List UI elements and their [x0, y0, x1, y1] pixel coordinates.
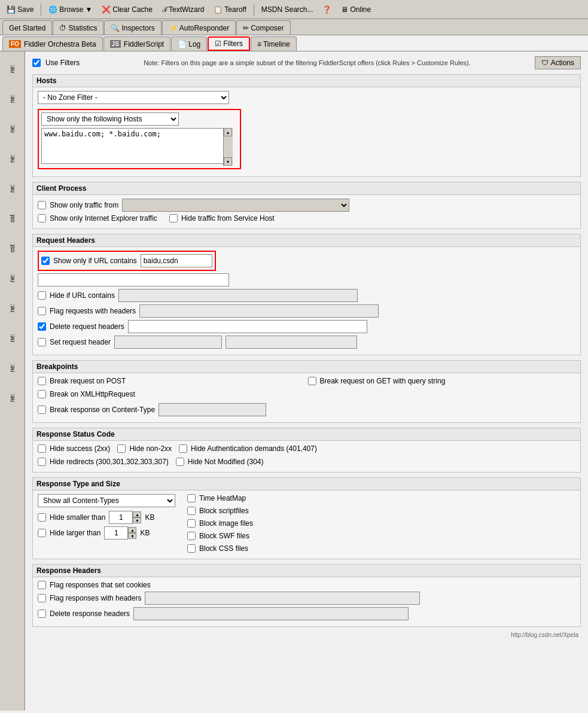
hide-service-host-checkbox[interactable]: [169, 214, 178, 223]
hide-url-contains-checkbox[interactable]: [38, 291, 46, 300]
zone-filter-select[interactable]: - No Zone Filter -: [38, 91, 229, 104]
break-content-type-checkbox[interactable]: [38, 406, 46, 414]
hide-non2xx-checkbox[interactable]: [117, 444, 126, 453]
hide-success-label[interactable]: Hide success (2xx): [50, 444, 110, 453]
online-button[interactable]: 🖥 Online: [337, 2, 375, 17]
break-get-query-label[interactable]: Break request on GET with query string: [320, 377, 446, 385]
break-xmlhttp-label[interactable]: Break on XMLHttpRequest: [50, 390, 135, 398]
tab-inspectors[interactable]: 🔍 Inspectors: [104, 20, 161, 35]
break-get-query-checkbox[interactable]: [308, 377, 316, 385]
time-heatmap-label[interactable]: Time HeatMap: [199, 494, 246, 502]
block-swf-checkbox[interactable]: [187, 532, 196, 540]
hide-auth-checkbox[interactable]: [179, 444, 187, 453]
tearoff-button[interactable]: 📋 Tearoff: [209, 2, 250, 17]
hide-larger-label[interactable]: Hide larger than: [50, 529, 100, 537]
block-css-label[interactable]: Block CSS files: [199, 544, 248, 553]
tab-timeline[interactable]: ≡ Timeline: [251, 36, 297, 51]
hide-success-checkbox[interactable]: [38, 444, 46, 453]
delete-req-headers-checkbox[interactable]: [38, 322, 46, 331]
hide-larger-up[interactable]: ▲: [128, 527, 136, 533]
hide-smaller-up[interactable]: ▲: [133, 511, 141, 517]
block-scriptfiles-checkbox[interactable]: [187, 507, 196, 515]
show-url-contains-label[interactable]: Show only if URL contains: [53, 257, 137, 265]
show-ie-label[interactable]: Show only Internet Explorer traffic: [50, 214, 157, 223]
show-traffic-from-label[interactable]: Show only traffic from: [50, 201, 118, 209]
delete-resp-headers-checkbox[interactable]: [38, 610, 46, 618]
hide-service-host-label[interactable]: Hide traffic from Service Host: [181, 214, 275, 223]
block-scriptfiles-label[interactable]: Block scriptfiles: [199, 507, 249, 515]
textarea-scroll-up[interactable]: ▲: [224, 128, 232, 136]
hide-url-contains-label[interactable]: Hide if URL contains: [50, 291, 115, 300]
hide-non2xx-label[interactable]: Hide non-2xx: [129, 444, 172, 453]
break-post-checkbox[interactable]: [38, 377, 46, 385]
tab-fiddlerscript-label: FiddlerScript: [124, 40, 164, 48]
break-content-type-label[interactable]: Break response on Content-Type: [50, 406, 155, 414]
delete-resp-headers-input[interactable]: [133, 607, 409, 620]
show-url-contains-checkbox[interactable]: [41, 257, 50, 265]
show-traffic-from-checkbox[interactable]: [38, 201, 46, 209]
break-xmlhttp-checkbox[interactable]: [38, 390, 46, 398]
hide-smaller-input[interactable]: [109, 511, 133, 524]
flag-requests-input[interactable]: [139, 304, 379, 318]
hide-larger-input[interactable]: [104, 526, 128, 540]
block-swf-label[interactable]: Block SWF files: [199, 532, 249, 540]
time-heatmap-checkbox[interactable]: [187, 494, 196, 502]
hide-smaller-checkbox[interactable]: [38, 513, 46, 522]
host-action-select[interactable]: Show only the following Hosts: [41, 112, 179, 126]
set-req-header-checkbox[interactable]: [38, 338, 46, 346]
delete-resp-headers-label[interactable]: Delete response headers: [50, 610, 130, 618]
save-button[interactable]: 💾 Save: [2, 2, 38, 17]
hide-larger-down[interactable]: ▼: [128, 533, 136, 539]
set-req-header-input2[interactable]: [226, 336, 357, 349]
hide-auth-label[interactable]: Hide Authentication demands (401,407): [191, 444, 317, 453]
tab-fiddler-orchestra[interactable]: FO Fiddler Orchestra Beta: [2, 36, 103, 51]
composer-icon: ✏: [243, 24, 249, 32]
content-type-select[interactable]: Show all Content-Types: [38, 494, 175, 507]
actions-button[interactable]: 🛡 Actions: [535, 56, 581, 69]
hide-larger-checkbox[interactable]: [38, 529, 46, 537]
flag-set-cookies-label[interactable]: Flag responses that set cookies: [50, 581, 151, 589]
tab-statistics[interactable]: ⏱ Statistics: [53, 20, 103, 35]
hide-url-contains-input[interactable]: [118, 289, 358, 302]
delete-req-headers-label[interactable]: Delete request headers: [50, 322, 124, 331]
browse-button[interactable]: 🌐 Browse ▼: [44, 2, 96, 17]
tab-fiddlerscript[interactable]: JS FiddlerScript: [103, 36, 171, 51]
flag-requests-checkbox[interactable]: [38, 307, 46, 315]
flag-with-headers-checkbox[interactable]: [38, 594, 46, 602]
hide-redirects-checkbox[interactable]: [38, 458, 46, 466]
traffic-from-select[interactable]: [122, 199, 349, 212]
break-post-label[interactable]: Break request on POST: [50, 377, 126, 385]
textwizard-button[interactable]: 𝒯 TextWizard: [158, 2, 208, 17]
hide-smaller-label[interactable]: Hide smaller than: [50, 513, 105, 522]
flag-with-headers-label[interactable]: Flag responses with headers: [50, 594, 141, 602]
hide-redirects-label[interactable]: Hide redirects (300,301,302,303,307): [50, 458, 169, 466]
tab-get-started[interactable]: Get Started: [2, 20, 52, 35]
show-url-contains-input[interactable]: [141, 254, 212, 267]
tab-filters[interactable]: ☑ Filters: [208, 36, 250, 51]
flag-requests-label[interactable]: Flag requests with headers: [50, 307, 136, 315]
tab-autoresponder[interactable]: ⚡ AutoResponder: [162, 20, 236, 35]
flag-set-cookies-checkbox[interactable]: [38, 581, 46, 589]
flag-with-headers-input[interactable]: [145, 592, 420, 605]
hide-smaller-down[interactable]: ▼: [133, 517, 141, 523]
help-button[interactable]: ❓: [318, 2, 336, 17]
hide-not-modified-label[interactable]: Hide Not Modified (304): [188, 458, 264, 466]
msdnsearch-button[interactable]: MSDN Search...: [257, 2, 318, 17]
tab-composer[interactable]: ✏ Composer: [236, 20, 290, 35]
textarea-scroll-down[interactable]: ▼: [224, 157, 232, 166]
show-ie-checkbox[interactable]: [38, 214, 46, 223]
set-req-header-label[interactable]: Set request header: [50, 338, 111, 346]
show-url-contains-extra-input[interactable]: [38, 273, 229, 287]
break-content-type-input[interactable]: [159, 403, 266, 416]
use-filters-label[interactable]: Use Filters: [45, 59, 80, 67]
host-textarea[interactable]: www.baidu.com; *.baidu.com;: [41, 128, 233, 164]
use-filters-checkbox[interactable]: [32, 59, 41, 67]
hide-not-modified-checkbox[interactable]: [176, 458, 184, 466]
clear-cache-button[interactable]: ❌ Clear Cache: [98, 2, 157, 17]
tab-log[interactable]: 📄 Log: [171, 36, 207, 51]
block-imagefiles-label[interactable]: Block image files: [199, 519, 253, 528]
block-imagefiles-checkbox[interactable]: [187, 519, 196, 528]
delete-req-headers-input[interactable]: [128, 320, 367, 333]
set-req-header-input1[interactable]: [114, 336, 222, 349]
block-css-checkbox[interactable]: [187, 544, 196, 553]
